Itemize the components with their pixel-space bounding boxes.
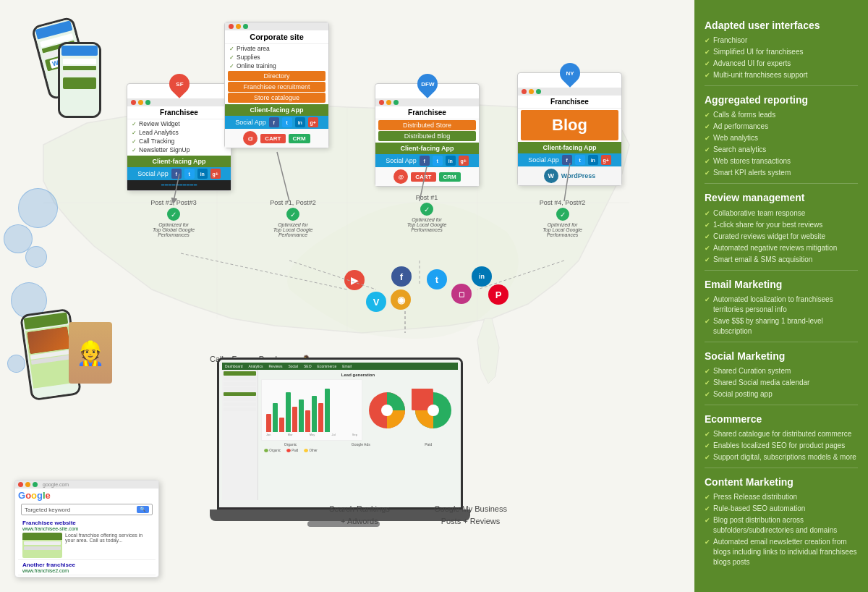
sf-titlebar [127,98,231,106]
google-result-2: Another franchisee www.franchise2.com [18,560,156,575]
email-marketing-title: Email Marketing [705,278,858,291]
pin-ny-label: NY [566,70,574,77]
adapted-item-4: ✔Multi-unit franchisees support [705,69,858,81]
franchisee-ny-box: NY Franchisee Blog Client-facing App Soc… [517,72,622,186]
dfw-titlebar [375,98,479,106]
review-item-2: ✔1-click share for your best reviews [705,219,858,231]
ny-fb-icon: f [562,155,572,165]
sf-item-1: ✓Review Widget [127,119,231,128]
youtube-icon: ▶ [344,270,365,290]
google-logo: Google [18,490,51,501]
ny-titlebar [518,88,621,96]
franchisee-dfw-box: DFW Franchisee Distributed Store Distrib… [375,83,480,187]
corp-gp-icon: g+ [308,117,318,127]
dashboard-main-content: Lead generation [258,370,458,500]
sf-li-icon: in [197,169,208,179]
pin-dfw-label: DFW [420,81,433,88]
dfw-post-label: Post #1 ✓ Optimized forTop Local GoogleP… [398,194,456,232]
ny-tw-icon: t [575,155,585,165]
corp-box-title: Corporate site [225,30,328,44]
adapted-item-1: ✔Franchisor [705,35,858,46]
laptop-screen-inner: DashboardAnalyticsReviewsSocialSEOEcomme… [219,360,461,507]
corp-directory: Directory [228,71,326,81]
dfw-client-bar: Client-facing App [375,143,479,154]
main-area: WordL [0,0,694,592]
sf-item-2: ✓Lead Analytics [127,128,231,137]
corp-post-text: Post #1, Post#2 [260,199,326,206]
google-search-btn[interactable]: 🔍 [137,506,149,513]
gmb-label: Google My BusinessPosts + Reviews [434,503,507,527]
ecommerce-item-3: ✔Support digital, subscriptions models &… [705,452,858,463]
sf-optimized-badge: ✓ [167,208,180,221]
corp-cart-btn[interactable]: CART [260,134,285,143]
corp-recruitment: Franchisee recruitment [228,82,326,92]
sidebar-section-adapted-ui: Adapted user interfaces ✔Franchisor ✔Sim… [705,19,858,81]
laptop: DashboardAnalyticsReviewsSocialSEOEcomme… [217,358,470,527]
twitter-icon: t [427,269,447,289]
bar-4 [286,392,291,432]
content-item-2: ✔Rule-based SEO automation [705,503,858,515]
rss-icon: ◉ [391,289,411,310]
sf-optimized-text: Optimized forTop Global GooglePerformanc… [141,222,206,237]
corp-crm-btn[interactable]: CRM [289,134,310,143]
sf-client-bar: Client-facing App [127,156,231,167]
bar-3 [279,418,284,432]
ny-gp-icon: g+ [601,155,611,165]
ny-li-icon: in [588,155,598,165]
bubble-1 [18,188,58,228]
dfw-optimized-text: Optimized forTop Local GooglePerformance… [398,217,456,232]
sidebar-section-social-marketing: Social Marketing ✔Shared Curation system… [705,350,858,400]
review-mgmt-title: Review management [705,191,858,204]
dfw-crm-btn[interactable]: CRM [439,172,461,182]
google-result-1: Franchisee website www.franchisee-site.c… [18,518,156,560]
ny-post-label: Post #4, Post#2 ✓ Optimized forTop Local… [528,199,597,237]
social-item-2: ✔Shared Social media calendar [705,377,858,389]
dfw-distributed-store: Distributed Store [378,120,476,130]
reporting-item-6: ✔Smart KPI alerts system [705,167,858,179]
email-item-1: ✔Automated localization to franchisees t… [705,294,858,316]
review-item-1: ✔Collaborative team response [705,208,858,219]
reporting-item-2: ✔Ad performances [705,121,858,132]
search-rankings-label: Search Rankings+ Adwords [329,503,390,527]
svg-point-17 [427,405,439,416]
pinterest-icon: P [488,284,509,305]
sidebar-section-aggregated-reporting: Aggregated reporting ✔Calls & forms lead… [705,93,858,179]
dashboard-left-sidebar [222,370,258,500]
google-logo-row: Google [18,490,156,501]
bar-2 [273,403,278,432]
bar-10 [325,389,330,432]
sf-fb-icon: f [171,169,182,179]
adapted-ui-title: Adapted user interfaces [705,19,858,32]
pie-1 [365,389,409,432]
review-item-3: ✔Curated reviews widget for website [705,231,858,242]
bubble-3 [25,246,47,268]
divider-5 [705,405,858,405]
dfw-plugins: @ CART CRM [375,167,479,186]
bar-chart-labels: JanMarMayJulSep [263,432,360,437]
ny-wp-icon: W [544,169,558,183]
ny-optimized-badge: ✓ [556,208,569,221]
dfw-cart-btn[interactable]: CART [411,172,435,182]
corp-item-training: ✓Online training [225,62,328,70]
corp-post-label: Post #1, Post#2 ✓ Optimized forTop Local… [260,199,326,237]
sidebar-section-ecommerce: Ecommerce ✔Shared catalogue for distribu… [705,413,858,463]
pie-2 [412,389,455,432]
chart-legend: 🟢 Organic🔴 Paid🟡 Other [261,448,455,453]
content-item-3: ✔Blog post distribution across subfolder… [705,515,858,536]
sf-brand-bar: ━━━━━━━━━━ [127,180,231,190]
corp-optimized-text: Optimized forTop Local GooglePerformance [260,222,326,237]
review-item-5: ✔Smart email & SMS acquisition [705,254,858,266]
corp-client-bar: Client-facing App [225,104,328,116]
ny-wordpress-bar: W WordPress [518,166,621,185]
adapted-item-2: ✔Simplified UI for franchisees [705,46,858,58]
corp-logo-icon: @ [243,131,258,145]
result-snippet: Local franchise offering services in you… [65,533,151,543]
google-search-bar[interactable]: Targeted keyword 🔍 [21,504,153,515]
ny-blog-title: Blog [521,110,618,140]
dfw-optimized-badge: ✓ [420,203,433,216]
bar-1 [266,414,271,432]
chart-title: Lead generation [261,373,455,377]
sf-item-3: ✓Call Tracking [127,137,231,145]
google-keyword: Targeted keyword [25,507,134,513]
phone-right [58,42,101,118]
